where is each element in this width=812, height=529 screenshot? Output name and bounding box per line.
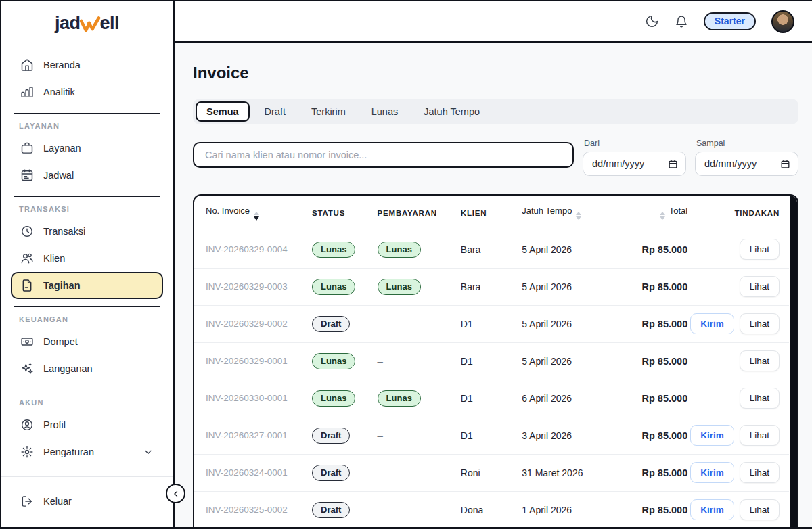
sidebar-item-analitik[interactable]: Analitik	[11, 78, 163, 106]
tab[interactable]: Lunas	[361, 101, 409, 122]
tab[interactable]: Terkirim	[300, 101, 357, 122]
table-row: INV-20260329-0003 Lunas Lunas Bara 5 Apr…	[194, 268, 789, 305]
date-from-input[interactable]: dd/mm/yyyy	[583, 152, 686, 176]
app-window: jad ell Beranda Analitik	[1, 1, 812, 527]
payment-badge: Lunas	[378, 242, 421, 258]
invoice-table-card: No. Invoice STATUS PEMBAYARAN KLIEN Jatu…	[193, 194, 798, 529]
date-to-value: dd/mm/yyyy	[704, 158, 757, 169]
sidebar-item-tagihan[interactable]: Tagihan	[11, 272, 163, 299]
sidebar-item-beranda[interactable]: Beranda	[11, 51, 163, 78]
sidebar-divider	[14, 113, 160, 114]
notifications-button[interactable]	[675, 15, 688, 28]
column-klien: KLIEN	[461, 196, 522, 231]
search-input[interactable]	[193, 142, 574, 168]
logout-button[interactable]: Keluar	[11, 488, 163, 515]
invoice-number: INV-20260329-0001	[194, 342, 312, 380]
bell-icon	[675, 15, 688, 28]
lihat-button[interactable]: Lihat	[740, 462, 780, 483]
table-row: INV-20260329-0004 Lunas Lunas Bara 5 Apr…	[194, 231, 789, 268]
invoice-table-body: INV-20260329-0004 Lunas Lunas Bara 5 Apr…	[194, 231, 789, 528]
status-badge: Draft	[312, 316, 350, 332]
table-row: INV-20260325-0002 Draft – Dona 1 April 2…	[194, 491, 789, 528]
status-badge: Lunas	[312, 279, 355, 295]
due-date: 31 Maret 2026	[522, 454, 618, 491]
kirim-button[interactable]: Kirim	[690, 499, 734, 520]
sidebar-divider	[14, 306, 160, 307]
sidebar-item-transaksi[interactable]: Transaksi	[11, 218, 163, 245]
client-name: Roni	[461, 454, 522, 491]
lihat-button[interactable]: Lihat	[740, 388, 780, 409]
table-header-row: No. Invoice STATUS PEMBAYARAN KLIEN Jatu…	[194, 196, 789, 231]
sidebar-item-label: Klien	[43, 253, 65, 264]
invoice-page: Invoice Semua Draft Terkirim Lunas Jatuh…	[175, 43, 812, 529]
calendar-picker-icon[interactable]	[668, 159, 678, 169]
client-name: D1	[461, 380, 522, 417]
brand-text-prefix: jad	[55, 13, 81, 34]
sidebar-item-layanan[interactable]: Layanan	[11, 135, 163, 162]
plan-badge[interactable]: Starter	[704, 12, 756, 30]
logout-label: Keluar	[43, 496, 72, 507]
status-badge: Lunas	[312, 390, 355, 407]
lihat-button[interactable]: Lihat	[740, 239, 780, 260]
logout-icon	[20, 495, 34, 508]
column-no-invoice[interactable]: No. Invoice	[194, 196, 312, 231]
table-row: INV-20260329-0002 Draft – D1 5 April 202…	[194, 305, 789, 342]
sidebar-nav: Beranda Analitik LAYANAN Layanan	[1, 45, 173, 476]
invoice-number: INV-20260329-0003	[194, 268, 312, 305]
calendar-icon	[20, 168, 34, 182]
kirim-button[interactable]: Kirim	[690, 425, 734, 446]
due-date: 3 April 2026	[522, 417, 618, 454]
invoice-number: INV-20260324-0001	[194, 454, 312, 491]
client-name: Bara	[461, 231, 522, 268]
client-name: D1	[461, 342, 522, 380]
tab[interactable]: Draft	[254, 101, 296, 122]
due-date: 5 April 2026	[522, 305, 618, 342]
due-date: 5 April 2026	[522, 268, 618, 305]
tab[interactable]: Semua	[196, 101, 250, 122]
sidebar-item-profil[interactable]: Profil	[11, 411, 163, 438]
lihat-button[interactable]: Lihat	[740, 276, 780, 297]
avatar[interactable]	[771, 10, 794, 33]
total-amount: Rp 85.000	[618, 417, 690, 454]
total-amount: Rp 85.000	[618, 305, 690, 342]
client-name: D1	[461, 305, 522, 342]
invoice-status-tabs: Semua Draft Terkirim Lunas Jatuh Tempo	[193, 99, 798, 124]
sidebar-divider	[14, 196, 160, 197]
dark-mode-toggle[interactable]	[645, 14, 659, 28]
lihat-button[interactable]: Lihat	[740, 313, 780, 334]
column-jatuh-tempo[interactable]: Jatuh Tempo	[522, 196, 618, 231]
due-date: 5 April 2026	[522, 342, 618, 380]
sidebar-collapse-button[interactable]	[166, 484, 185, 503]
home-icon	[20, 58, 34, 72]
lihat-button[interactable]: Lihat	[740, 499, 780, 520]
total-amount: Rp 85.000	[618, 380, 690, 417]
column-total[interactable]: Total	[618, 196, 690, 231]
topbar: Starter	[175, 1, 812, 43]
invoice-number: INV-20260329-0004	[194, 231, 312, 268]
sidebar-item-jadwal[interactable]: Jadwal	[11, 162, 163, 189]
tab[interactable]: Jatuh Tempo	[413, 101, 491, 122]
sidebar-item-langganan[interactable]: Langganan	[11, 355, 163, 382]
kirim-button[interactable]: Kirim	[690, 313, 734, 334]
invoice-number: INV-20260327-0001	[194, 417, 312, 454]
lihat-button[interactable]: Lihat	[740, 350, 780, 371]
payment-badge: –	[378, 318, 383, 329]
date-to-input[interactable]: dd/mm/yyyy	[695, 152, 798, 176]
sidebar-item-label: Beranda	[43, 60, 81, 70]
chevron-left-icon	[171, 489, 181, 499]
kirim-button[interactable]: Kirim	[690, 462, 734, 483]
status-badge: Draft	[312, 465, 350, 481]
total-amount: Rp 85.000	[618, 268, 690, 305]
sidebar-section-layanan: LAYANAN	[19, 122, 155, 130]
lihat-button[interactable]: Lihat	[740, 425, 780, 446]
table-scrollbar[interactable]	[790, 196, 797, 529]
sidebar-item-pengaturan[interactable]: Pengaturan	[11, 438, 163, 465]
bar-chart-icon	[20, 85, 34, 99]
sidebar-item-klien[interactable]: Klien	[11, 245, 163, 272]
status-badge: Draft	[312, 502, 350, 518]
calendar-picker-icon[interactable]	[780, 159, 790, 169]
brand-logo[interactable]: jad ell	[1, 1, 173, 45]
sort-icon	[576, 212, 581, 220]
total-amount: Rp 85.000	[618, 231, 690, 268]
sidebar-item-dompet[interactable]: Dompet	[11, 328, 163, 355]
